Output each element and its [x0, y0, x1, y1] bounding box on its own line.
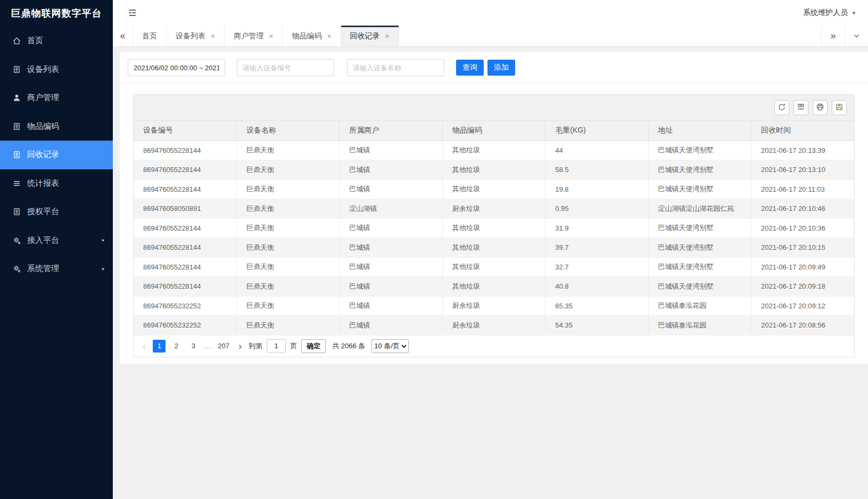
- refresh-icon: [778, 103, 786, 113]
- table-cell: 巨鼎天衡: [236, 141, 339, 160]
- search-button[interactable]: 查询: [456, 60, 484, 76]
- table-cell: 2021-06-17 20:10:46: [751, 199, 854, 219]
- sidebar-item-system-management[interactable]: 系统管理 ▼: [0, 255, 113, 283]
- sidebar-item-access-platform[interactable]: 接入平台 ▼: [0, 226, 113, 255]
- refresh-button[interactable]: [774, 100, 789, 115]
- tab-device-list[interactable]: 设备列表 ×: [167, 26, 225, 46]
- document-icon: [12, 207, 21, 216]
- close-icon[interactable]: ×: [385, 32, 390, 40]
- sidebar-item-device-list[interactable]: 设备列表: [0, 55, 113, 84]
- table-row[interactable]: 869476055232252巨鼎天衡巴城镇厨余垃圾65.35巴城镇泰泓花园20…: [134, 296, 854, 316]
- prev-page-icon[interactable]: ‹: [140, 341, 148, 351]
- sidebar-item-merchant-management[interactable]: 商户管理: [0, 84, 113, 112]
- table-row[interactable]: 869476055228144巨鼎天衡巴城镇其他垃圾40.8巴城镇天使湾别墅20…: [134, 277, 854, 297]
- page-button-207[interactable]: 207: [216, 340, 232, 353]
- sidebar-item-statistics-report[interactable]: 统计报表: [0, 169, 113, 198]
- tab-recycle-records[interactable]: 回收记录 ×: [341, 26, 399, 46]
- table-column-header: 物品编码: [442, 121, 545, 141]
- add-button[interactable]: 添加: [487, 60, 515, 76]
- sidebar-item-label: 统计报表: [27, 178, 59, 189]
- tab-label: 物品编码: [292, 31, 321, 41]
- sidebar-item-label: 系统管理: [27, 264, 59, 274]
- table-cell: 2021-06-17 20:10:15: [751, 238, 854, 258]
- table-row[interactable]: 869476055228144巨鼎天衡巴城镇其他垃圾58.5巴城镇天使湾别墅20…: [134, 160, 854, 180]
- table-cell: 淀山湖镇淀山湖花园仁苑: [648, 199, 751, 219]
- table-body: 869476055228144巨鼎天衡巴城镇其他垃圾44巴城镇天使湾别墅2021…: [134, 141, 854, 335]
- tabs-menu-button[interactable]: [845, 26, 868, 46]
- table-cell: 巨鼎天衡: [236, 160, 339, 180]
- table-column-header: 所属商户: [340, 121, 442, 141]
- sidebar-item-item-code[interactable]: 物品编码: [0, 112, 113, 141]
- tab-label: 首页: [142, 31, 157, 41]
- close-icon[interactable]: ×: [327, 32, 331, 40]
- table-cell: 0.95: [545, 199, 648, 219]
- table-row[interactable]: 869476055228144巨鼎天衡巴城镇其他垃圾31.9巴城镇天使湾别墅20…: [134, 218, 854, 238]
- page-size-select[interactable]: 10 条/页: [371, 339, 409, 353]
- collapse-sidebar-icon[interactable]: [128, 8, 137, 18]
- user-menu[interactable]: 系统维护人员 ▼: [803, 8, 856, 18]
- tab-home[interactable]: 首页: [133, 26, 167, 46]
- tabs-scroll-left-button[interactable]: «: [113, 26, 133, 46]
- sidebar-item-label: 物品编码: [27, 121, 59, 132]
- table-cell: 巴城镇天使湾别墅: [648, 141, 751, 160]
- print-icon: [816, 103, 824, 113]
- caret-down-icon: ▼: [101, 238, 105, 243]
- double-chevron-right-icon: »: [830, 30, 836, 42]
- table-cell: 厨余垃圾: [442, 316, 545, 336]
- sidebar-item-authorization-platform[interactable]: 授权平台: [0, 198, 113, 226]
- goto-page-input[interactable]: [267, 339, 286, 353]
- table-row[interactable]: 869476055228144巨鼎天衡巴城镇其他垃圾39.7巴城镇天使湾别墅20…: [134, 238, 854, 258]
- table-cell: 巴城镇泰泓花园: [648, 316, 751, 336]
- table-row[interactable]: 869476058050891巨鼎天衡淀山湖镇厨余垃圾0.95淀山湖镇淀山湖花园…: [134, 199, 854, 219]
- table-cell: 其他垃圾: [442, 218, 545, 238]
- columns-button[interactable]: [793, 100, 808, 115]
- tab-merchant-management[interactable]: 商户管理 ×: [225, 26, 283, 46]
- table-cell: 2021-06-17 20:08:56: [751, 316, 854, 336]
- chevron-down-icon: [853, 32, 861, 40]
- table-cell: 巨鼎天衡: [236, 218, 339, 238]
- export-button[interactable]: [832, 100, 847, 115]
- page-unit-label: 页: [290, 341, 297, 351]
- sidebar-item-home[interactable]: 首页: [0, 27, 113, 55]
- sidebar-item-recycle-records[interactable]: 回收记录: [0, 141, 113, 169]
- caret-down-icon: ▼: [852, 11, 856, 15]
- tabs-scroll-right-button[interactable]: »: [821, 26, 845, 46]
- page-button-2[interactable]: 2: [170, 340, 183, 353]
- goto-confirm-button[interactable]: 确定: [301, 339, 326, 353]
- table-cell: 31.9: [545, 218, 648, 238]
- sidebar: 巨鼎物联网数字平台 首页 设备列表 商户管理: [0, 0, 113, 499]
- sidebar-item-label: 授权平台: [27, 207, 59, 217]
- table-cell: 39.7: [545, 238, 648, 258]
- print-button[interactable]: [813, 100, 828, 115]
- total-count: 共 2066 条: [332, 341, 365, 351]
- close-icon[interactable]: ×: [269, 32, 273, 40]
- tab-bar: « 首页 设备列表 × 商户管理 × 物品编码 ×: [113, 26, 868, 47]
- device-name-input[interactable]: [347, 59, 444, 76]
- table-cell: 2021-06-17 20:10:36: [751, 218, 854, 238]
- date-range-input[interactable]: [128, 59, 225, 76]
- next-page-icon[interactable]: ›: [236, 341, 244, 351]
- table-row[interactable]: 869476055228144巨鼎天衡巴城镇其他垃圾19.8巴城镇天使湾别墅20…: [134, 179, 854, 199]
- close-icon[interactable]: ×: [211, 32, 215, 40]
- table-cell: 869476055228144: [134, 238, 236, 258]
- page-button-1[interactable]: 1: [153, 340, 166, 353]
- table-cell: 厨余垃圾: [442, 296, 545, 316]
- page-button-3[interactable]: 3: [187, 340, 200, 353]
- table-cell: 巨鼎天衡: [236, 316, 339, 336]
- table-row[interactable]: 869476055228144巨鼎天衡巴城镇其他垃圾32.7巴城镇天使湾别墅20…: [134, 257, 854, 277]
- table-cell: 869476055232252: [134, 296, 236, 316]
- table-cell: 2021-06-17 20:09:49: [751, 257, 854, 277]
- table-cell: 巴城镇天使湾别墅: [648, 179, 751, 199]
- filter-bar: 查询 添加: [120, 52, 868, 84]
- sidebar-item-label: 接入平台: [27, 235, 59, 246]
- table-row[interactable]: 869476055232252巨鼎天衡巴城镇厨余垃圾54.35巴城镇泰泓花园20…: [134, 316, 854, 336]
- table-cell: 巴城镇泰泓花园: [648, 296, 751, 316]
- goto-label: 到第: [249, 341, 262, 351]
- device-id-input[interactable]: [237, 59, 334, 76]
- table-cell: 其他垃圾: [442, 141, 545, 160]
- table-cell: 2021-06-17 20:13:10: [751, 160, 854, 180]
- gear-icon: [12, 236, 21, 245]
- table-cell: 869476055228144: [134, 179, 236, 199]
- tab-item-code[interactable]: 物品编码 ×: [283, 26, 341, 46]
- table-row[interactable]: 869476055228144巨鼎天衡巴城镇其他垃圾44巴城镇天使湾别墅2021…: [134, 141, 854, 160]
